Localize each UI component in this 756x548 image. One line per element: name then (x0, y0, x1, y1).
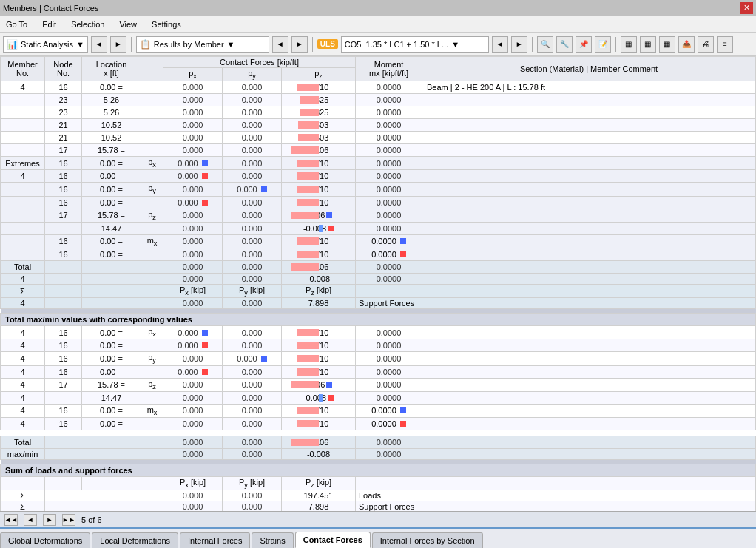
cell-comment (422, 417, 756, 430)
close-button[interactable]: ✕ (740, 2, 753, 14)
cell-px: 0.000 (163, 81, 223, 94)
cell-moment: 0.0000 (356, 196, 422, 209)
menu-settings[interactable]: Settings (149, 18, 184, 30)
cell-comment (422, 132, 756, 144)
tab-global-deformations[interactable]: Global Deformations (0, 532, 90, 548)
table1-button[interactable]: ▦ (621, 36, 637, 53)
cell-sigma1: Σ (1, 490, 45, 501)
cell-label (141, 81, 163, 94)
tool4-button[interactable]: 📝 (595, 36, 611, 53)
cell-pz: 1.710 (282, 248, 356, 260)
prev-results-button[interactable]: ◄ (272, 36, 288, 53)
nav-last-button[interactable]: ►► (62, 514, 75, 526)
col-pz: pz (282, 68, 356, 81)
cell-px: 0.000 (163, 298, 223, 309)
col-px: px (163, 68, 223, 81)
cell-comment (422, 196, 756, 209)
table-row: 14.47 0.000 0.000 -0.008 0.0000 (1, 222, 756, 234)
cell-empty (45, 501, 163, 511)
cell-location: 10.52 (82, 119, 141, 132)
tab-contact-forces[interactable]: Contact Forces (295, 532, 371, 548)
cell-label (141, 144, 163, 157)
print-button[interactable]: 🖨 (698, 36, 714, 53)
prev-analysis-button[interactable]: ◄ (91, 36, 107, 53)
filter-button[interactable]: 🔧 (556, 36, 573, 53)
cell-label: mx (141, 234, 163, 248)
menu-selection[interactable]: Selection (68, 18, 107, 30)
cell-px: 0.000 (163, 196, 223, 209)
cell-px: 0.000 (163, 183, 223, 196)
table-row: 4 16 0.00 = 0.000 0.000 1.710 0.0000 (1, 170, 756, 183)
cell-moment: 0.0000 (356, 94, 422, 106)
cell-pz-label: Pz [kip] (282, 284, 356, 297)
cell-member: 4 (1, 391, 45, 404)
results-dropdown[interactable]: 📋 Results by Member ▼ (136, 36, 269, 53)
tab-internal-forces[interactable]: Internal Forces (180, 532, 250, 548)
nav-prev-button[interactable]: ◄ (24, 514, 37, 526)
cell-comment (422, 391, 756, 404)
export-button[interactable]: 📤 (678, 36, 695, 53)
results-table: MemberNo. NodeNo. Locationx [ft] Contact… (0, 56, 756, 511)
tab-internal-forces-section[interactable]: Internal Forces by Section (372, 532, 483, 548)
cell-label: pz (141, 209, 163, 222)
table-row: 16 0.00 = 0.000 0.000 1.710 0.0000 (1, 196, 756, 209)
titlebar-title: Members | Contact Forces (3, 4, 98, 13)
cell-location: 10.52 (82, 132, 141, 144)
table-area[interactable]: MemberNo. NodeNo. Locationx [ft] Contact… (0, 56, 756, 511)
cell-node: 16 (45, 404, 82, 417)
cell-pz: 1.710 (282, 352, 356, 365)
cell-px: 0.000 (163, 209, 223, 222)
cell-moment: 0.0000 (356, 132, 422, 144)
prev-combo-button[interactable]: ◄ (492, 36, 508, 53)
cell-moment: 0.0000 (356, 365, 422, 378)
tab-strains[interactable]: Strains (252, 532, 293, 548)
more-button[interactable]: ≡ (717, 36, 733, 53)
cell-comment (422, 490, 756, 501)
menu-goto[interactable]: Go To (3, 18, 30, 30)
nav-next-button[interactable]: ► (43, 514, 56, 526)
cell-label (141, 260, 163, 273)
separator-4 (615, 37, 616, 52)
tab-local-deformations[interactable]: Local Deformations (92, 532, 178, 548)
cell-location: 0.00 = (82, 183, 141, 196)
cell-px: 0.000 (163, 404, 223, 417)
table-row: 21 10.52 0.000 0.000 1.503 0.0000 (1, 119, 756, 132)
tool3-button[interactable]: 📌 (576, 36, 592, 53)
cell-py-loads: 0.000 (223, 490, 282, 501)
cell-member (1, 119, 45, 132)
next-results-button[interactable]: ► (291, 36, 308, 53)
cell-moment: 0.0000 (356, 378, 422, 391)
cell-location: 0.00 = (82, 339, 141, 352)
table-row: 4 16 0.00 = 0.000 0.000 1.710 0.0000 (1, 339, 756, 352)
cell-empty (45, 448, 163, 459)
search-button[interactable]: 🔍 (537, 36, 553, 53)
cell-px: 0.000 (163, 352, 223, 365)
cell-location: 0.00 = (82, 417, 141, 430)
cell-label (141, 119, 163, 132)
next-analysis-button[interactable]: ► (110, 36, 126, 53)
nav-first-button[interactable]: ◄◄ (4, 514, 18, 526)
cell-location: 14.47 (82, 391, 141, 404)
table2-button[interactable]: ▦ (640, 36, 656, 53)
cell-moment: 0.0000 (356, 417, 422, 430)
table3-button[interactable]: ▦ (659, 36, 675, 53)
menu-view[interactable]: View (116, 18, 140, 30)
cell-location (82, 273, 141, 284)
next-combo-button[interactable]: ► (511, 36, 527, 53)
cell-loads-label: Loads (356, 490, 422, 501)
combo-dropdown[interactable]: CO5 1.35 * LC1 + 1.50 * L... ▼ (341, 36, 489, 53)
cell-px: 0.000 (163, 365, 223, 378)
cell-py: 0.000 (223, 170, 282, 183)
menu-edit[interactable]: Edit (39, 18, 59, 30)
cell-comment (422, 234, 756, 248)
total-row-1: Total 0.000 0.000 2.106 0.0000 (1, 260, 756, 273)
cell-node: 16 (45, 81, 82, 94)
cell-label (141, 132, 163, 144)
cell-py: 0.000 (223, 391, 282, 404)
analysis-dropdown[interactable]: 📊 Static Analysis ▼ (3, 36, 88, 53)
cell-comment (422, 273, 756, 284)
sum-loads-header: Sum of loads and support forces (1, 464, 756, 476)
titlebar: Members | Contact Forces ✕ (0, 0, 756, 16)
results-label: Results by Member (154, 40, 224, 49)
table-row: 4 16 0.00 = 0.000 0.000 1.710 0.0000 (1, 417, 756, 430)
